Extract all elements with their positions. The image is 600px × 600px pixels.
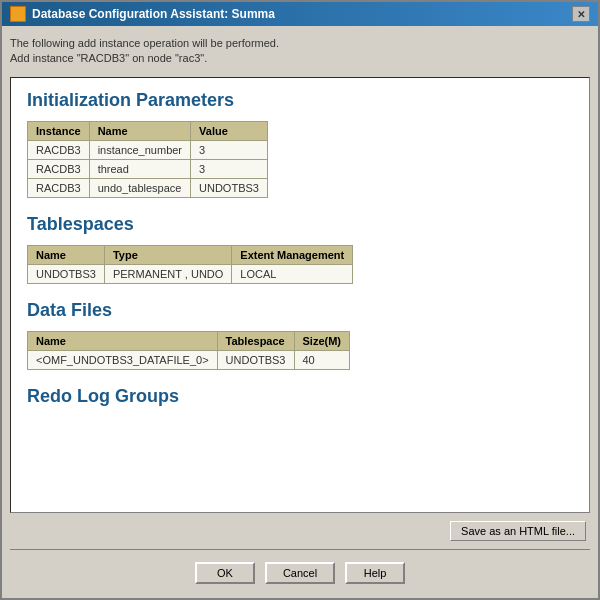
section-title-redo: Redo Log Groups [27, 386, 573, 407]
section-title-init: Initialization Parameters [27, 90, 573, 111]
col-value: Value [191, 121, 268, 140]
cell: <OMF_UNDOTBS3_DATAFILE_0> [28, 350, 218, 369]
table-row: RACDB3 undo_tablespace UNDOTBS3 [28, 178, 268, 197]
bottom-area: Save as an HTML file... OK Cancel Help [10, 521, 590, 590]
cell: RACDB3 [28, 159, 90, 178]
cell: PERMANENT , UNDO [104, 264, 231, 283]
cancel-button[interactable]: Cancel [265, 562, 335, 584]
cell: RACDB3 [28, 140, 90, 159]
ok-button[interactable]: OK [195, 562, 255, 584]
cell: 40 [294, 350, 350, 369]
col-name: Name [89, 121, 190, 140]
button-row: OK Cancel Help [10, 558, 590, 590]
cell: instance_number [89, 140, 190, 159]
info-text: The following add instance operation wil… [10, 34, 590, 69]
window-title: Database Configuration Assistant: Summa [32, 7, 275, 21]
title-bar: Database Configuration Assistant: Summa … [2, 2, 598, 26]
datafiles-table: Name Tablespace Size(M) <OMF_UNDOTBS3_DA… [27, 331, 350, 370]
col-extent-mgmt: Extent Management [232, 245, 353, 264]
col-name: Name [28, 331, 218, 350]
col-instance: Instance [28, 121, 90, 140]
table-row: RACDB3 thread 3 [28, 159, 268, 178]
col-size: Size(M) [294, 331, 350, 350]
col-tablespace: Tablespace [217, 331, 294, 350]
scroll-area[interactable]: Initialization Parameters Instance Name … [10, 77, 590, 513]
cell: UNDOTBS3 [28, 264, 105, 283]
cell: undo_tablespace [89, 178, 190, 197]
cell: 3 [191, 140, 268, 159]
info-line2: Add instance "RACDB3" on node "rac3". [10, 51, 590, 66]
save-btn-row: Save as an HTML file... [10, 521, 590, 541]
title-icon [10, 6, 26, 22]
cell: UNDOTBS3 [191, 178, 268, 197]
main-window: Database Configuration Assistant: Summa … [0, 0, 600, 600]
col-type: Type [104, 245, 231, 264]
section-title-datafiles: Data Files [27, 300, 573, 321]
table-row: <OMF_UNDOTBS3_DATAFILE_0> UNDOTBS3 40 [28, 350, 350, 369]
info-line1: The following add instance operation wil… [10, 36, 590, 51]
cell: LOCAL [232, 264, 353, 283]
save-html-button[interactable]: Save as an HTML file... [450, 521, 586, 541]
window-body: The following add instance operation wil… [2, 26, 598, 598]
title-bar-content: Database Configuration Assistant: Summa [10, 6, 275, 22]
cell: UNDOTBS3 [217, 350, 294, 369]
section-title-tablespaces: Tablespaces [27, 214, 573, 235]
help-button[interactable]: Help [345, 562, 405, 584]
init-params-table: Instance Name Value RACDB3 instance_numb… [27, 121, 268, 198]
close-button[interactable]: ✕ [572, 6, 590, 22]
separator [10, 549, 590, 550]
cell: thread [89, 159, 190, 178]
table-row: UNDOTBS3 PERMANENT , UNDO LOCAL [28, 264, 353, 283]
table-row: RACDB3 instance_number 3 [28, 140, 268, 159]
cell: RACDB3 [28, 178, 90, 197]
cell: 3 [191, 159, 268, 178]
tablespaces-table: Name Type Extent Management UNDOTBS3 PER… [27, 245, 353, 284]
col-name: Name [28, 245, 105, 264]
